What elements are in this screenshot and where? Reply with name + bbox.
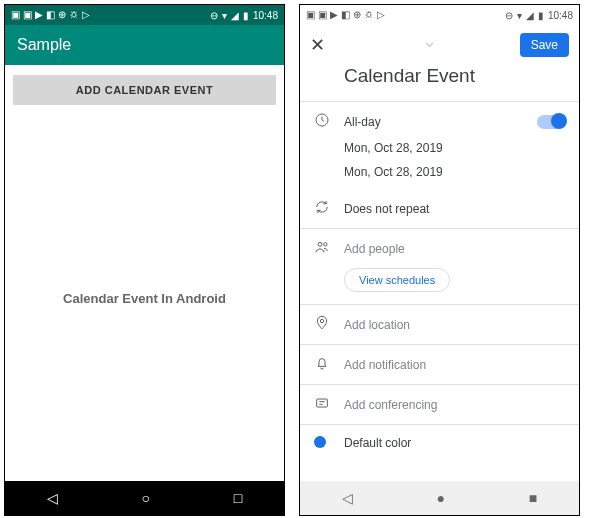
notif-icon: ▣: [11, 10, 20, 20]
home-button[interactable]: ●: [437, 490, 445, 506]
center-label: Calendar Event In Android: [5, 115, 284, 481]
recents-button[interactable]: □: [234, 490, 242, 506]
clock-text: 10:48: [548, 10, 573, 21]
dnd-icon: ⊖: [210, 10, 218, 21]
clock-icon: [314, 112, 344, 131]
color-dot-icon: [314, 435, 344, 451]
notif-icon: ▷: [82, 10, 90, 20]
notif-icon: ⊕: [58, 10, 66, 20]
start-date-text: Mon, Oct 28, 2019: [344, 141, 565, 155]
notif-icon: ◧: [46, 10, 55, 20]
add-notification-row[interactable]: Add notification: [300, 345, 579, 384]
clock-text: 10:48: [253, 10, 278, 21]
color-row[interactable]: Default color: [300, 425, 579, 455]
status-icons-left: ▣ ▣ ▶ ◧ ⊕ ⛭ ▷: [11, 10, 90, 20]
phone-right: ▣ ▣ ▶ ◧ ⊕ ⛭ ▷ ⊖ ▾ ◢ ▮ 10:48 ✕ ⌄ Save Cal…: [299, 4, 580, 516]
end-date-row[interactable]: Mon, Oct 28, 2019: [300, 165, 579, 189]
battery-icon: ▮: [243, 10, 249, 21]
back-button[interactable]: ◁: [47, 490, 58, 506]
view-schedules-row: View schedules: [300, 268, 579, 304]
svg-rect-4: [317, 399, 328, 407]
wifi-icon: ▾: [517, 10, 522, 21]
location-icon: [314, 315, 344, 334]
view-schedules-button[interactable]: View schedules: [344, 268, 450, 292]
status-icons-left: ▣ ▣ ▶ ◧ ⊕ ⛭ ▷: [306, 10, 385, 20]
action-bar: Sample: [5, 25, 284, 65]
back-button[interactable]: ◁: [342, 490, 353, 506]
event-header: ✕ ⌄ Save: [300, 25, 579, 61]
save-button[interactable]: Save: [520, 33, 569, 57]
notif-icon: ▣: [318, 10, 327, 20]
dnd-icon: ⊖: [505, 10, 513, 21]
app-title: Sample: [17, 36, 71, 54]
nav-bar: ◁ ● ■: [300, 481, 579, 515]
nav-bar: ◁ ○ □: [5, 481, 284, 515]
svg-point-2: [324, 243, 327, 246]
battery-icon: ▮: [538, 10, 544, 21]
repeat-row[interactable]: Does not repeat: [300, 189, 579, 228]
allday-row: All-day: [300, 102, 579, 141]
status-bar: ▣ ▣ ▶ ◧ ⊕ ⛭ ▷ ⊖ ▾ ◢ ▮ 10:48: [5, 5, 284, 25]
status-icons-right: ⊖ ▾ ◢ ▮ 10:48: [210, 10, 278, 21]
repeat-icon: [314, 199, 344, 218]
people-icon: [314, 239, 344, 258]
notif-icon: ▶: [35, 10, 43, 20]
signal-icon: ◢: [526, 10, 534, 21]
conferencing-icon: [314, 395, 344, 414]
status-bar: ▣ ▣ ▶ ◧ ⊕ ⛭ ▷ ⊖ ▾ ◢ ▮ 10:48: [300, 5, 579, 25]
notif-icon: ⛭: [69, 10, 79, 20]
recents-button[interactable]: ■: [529, 490, 537, 506]
notif-icon: ▶: [330, 10, 338, 20]
phone-left: ▣ ▣ ▶ ◧ ⊕ ⛭ ▷ ⊖ ▾ ◢ ▮ 10:48 Sample ADD C…: [4, 4, 285, 516]
event-title[interactable]: Calendar Event: [300, 61, 579, 101]
notif-icon: ▷: [377, 10, 385, 20]
home-button[interactable]: ○: [142, 490, 150, 506]
bell-icon: [314, 355, 344, 374]
signal-icon: ◢: [231, 10, 239, 21]
add-conferencing-row[interactable]: Add conferencing: [300, 385, 579, 424]
notif-icon: ⊕: [353, 10, 361, 20]
wifi-icon: ▾: [222, 10, 227, 21]
drag-handle-icon[interactable]: ⌄: [340, 30, 520, 52]
add-notification-label: Add notification: [344, 358, 565, 372]
svg-point-1: [318, 242, 322, 246]
status-icons-right: ⊖ ▾ ◢ ▮ 10:48: [505, 10, 573, 21]
add-location-row[interactable]: Add location: [300, 305, 579, 344]
close-icon[interactable]: ✕: [310, 34, 340, 56]
end-date-text: Mon, Oct 28, 2019: [344, 165, 565, 179]
add-location-label: Add location: [344, 318, 565, 332]
notif-icon: ⛭: [364, 10, 374, 20]
allday-toggle[interactable]: [537, 115, 565, 129]
notif-icon: ▣: [306, 10, 315, 20]
repeat-label: Does not repeat: [344, 202, 565, 216]
notif-icon: ▣: [23, 10, 32, 20]
start-date-row[interactable]: Mon, Oct 28, 2019: [300, 141, 579, 165]
color-label: Default color: [344, 436, 565, 450]
add-conferencing-label: Add conferencing: [344, 398, 565, 412]
allday-label: All-day: [344, 115, 537, 129]
notif-icon: ◧: [341, 10, 350, 20]
add-calendar-event-button[interactable]: ADD CALENDAR EVENT: [13, 75, 276, 105]
svg-point-3: [320, 319, 323, 322]
add-people-row[interactable]: Add people: [300, 229, 579, 268]
add-people-label: Add people: [344, 242, 565, 256]
